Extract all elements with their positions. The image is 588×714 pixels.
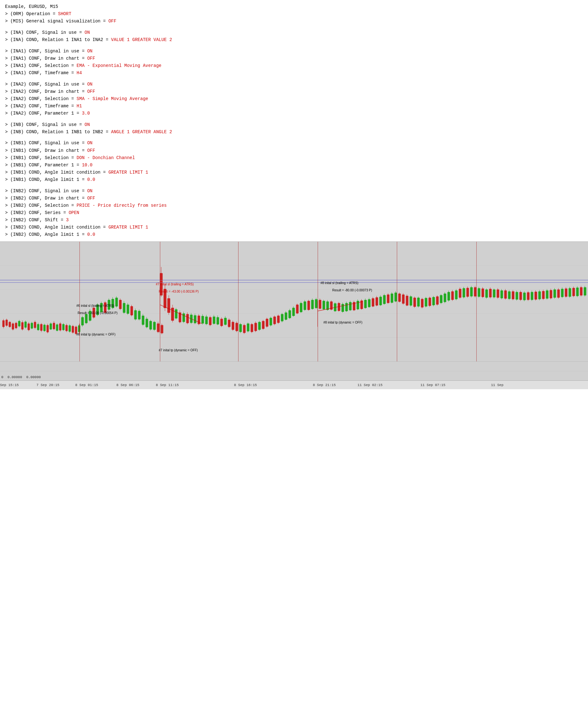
time-axis: Sep 15:15 7 Sep 20:15 8 Sep 01:15 8 Sep …	[0, 380, 588, 389]
line-inb2-cond-angle: > (INB2) COND, Angle limit condition = G…	[5, 224, 583, 231]
mis-value: OFF	[108, 19, 117, 24]
vertical-line-5	[397, 242, 397, 362]
line-inb1-cond-limit: > (INB1) COND, Angle limit 1 = 0.0	[5, 176, 583, 183]
line-inb1-conf-use: > (INB1) CONF, Signal in use = ON	[5, 140, 583, 147]
inb2-conf-use-value: ON	[87, 188, 92, 193]
time-label-8: 11 Sep 02:15	[357, 383, 382, 387]
ina2-conf-p1-value: 3.0	[82, 111, 90, 116]
spacer	[5, 44, 583, 48]
ina1-conf-use-value: ON	[87, 48, 92, 54]
inb2-conf-draw-value: OFF	[87, 196, 95, 201]
line-ina-cond: > (INA) COND, Relation 1 INA1 to INA2 = …	[5, 36, 583, 44]
time-label-3: 8 Sep 01:15	[76, 383, 99, 387]
ina2-conf-use-value: ON	[87, 82, 92, 87]
inb1-conf-sel-value: DON - Donchian Channel	[77, 155, 135, 160]
line-inb1-conf-draw: > (INB1) CONF, Draw in chart = OFF	[5, 147, 583, 154]
candlestick-chart	[0, 242, 588, 362]
spacer	[5, 25, 583, 29]
line-ina1-conf-sel: > (INA1) CONF, Selection = EMA - Exponen…	[5, 62, 583, 69]
line-inb-cond: > (INB) COND, Relation 1 INB1 to INB2 = …	[5, 128, 583, 136]
ina-cond-value: VALUE 1 GREATER VALUE 2	[111, 37, 172, 42]
time-label-5: 8 Sep 11:15	[156, 383, 179, 387]
inb1-conf-draw-value: OFF	[87, 148, 95, 153]
vertical-line-3	[238, 242, 238, 362]
spacer	[5, 183, 583, 187]
horizontal-line-2	[0, 283, 588, 283]
line-inb2-cond-limit: > (INB2) COND, Angle limit 1 = 0.0	[5, 231, 583, 238]
annotation-6-tp: #6 inital tp (dynamic = OFF)	[76, 333, 115, 336]
annotation-8-sl: #8 inital sl (trailing = ATRS)	[320, 281, 358, 285]
line-ina-conf: > (INA) CONF, Signal in use = ON	[5, 29, 583, 36]
vertical-line-2	[160, 242, 160, 362]
inb2-conf-shift-value: 3	[66, 218, 68, 223]
volume-area: 0 0.00000 0.00000	[0, 362, 588, 380]
time-label-4: 8 Sep 06:15	[117, 383, 140, 387]
inb1-conf-use-value: ON	[87, 141, 92, 145]
line-inb1-cond-angle: > (INB1) COND, Angle limit condition = G…	[5, 169, 583, 176]
inb1-cond-angle-value: GREATER LIMIT 1	[108, 170, 148, 175]
ina1-conf-tf-value: H4	[77, 70, 82, 76]
vertical-line-1	[80, 242, 80, 362]
inb2-conf-series-value: OPEN	[69, 210, 80, 215]
line-inb2-conf-sel: > (INB2) CONF, Selection = PRICE - Price…	[5, 202, 583, 209]
inb-cond-value: ANGLE 1 GREATER ANGLE 2	[111, 129, 172, 135]
line-ina2-conf-draw: > (INA2) CONF, Draw in chart = OFF	[5, 88, 583, 95]
inb1-cond-limit-value: 0.0	[87, 177, 95, 182]
svg-rect-0	[0, 242, 588, 362]
example-line: Example, EURUSD, M15	[5, 3, 583, 11]
ina1-conf-sel-value: EMA - Exponential Moving Average	[77, 63, 162, 68]
vertical-line-6	[476, 242, 477, 362]
ina-conf-value: ON	[85, 30, 90, 35]
inb2-conf-sel-value: PRICE - Price directly from series	[77, 203, 167, 208]
line-inb1-conf-p1: > (INB1) CONF, Parameter 1 = 10.0	[5, 162, 583, 169]
line-inb2-conf-use: > (INB2) CONF, Signal in use = ON	[5, 187, 583, 195]
line-ina2-conf-sel: > (INA2) CONF, Selection = SMA - Simple …	[5, 95, 583, 103]
line-orm: > (ORM) Operation = SHORT	[5, 11, 583, 18]
line-ina2-conf-p1: > (INA2) CONF, Parameter 1 = 3.0	[5, 110, 583, 117]
annotation-7-tp: #7 inital tp (dynamic = OFF)	[159, 348, 198, 352]
line-inb2-conf-shift: > (INB2) CONF, Shift = 3	[5, 217, 583, 224]
ina2-conf-tf-value: H1	[77, 104, 82, 108]
annotation-7-sl: #7 inital sl (trailing = ATRS)	[156, 283, 194, 286]
time-label-10: 11 Sep	[491, 383, 503, 387]
line-inb2-conf-draw: > (INB2) CONF, Draw in chart = OFF	[5, 195, 583, 202]
ina2-conf-sel-value: SMA - Simple Moving Average	[77, 96, 148, 101]
line-inb-conf-use: > (INB) CONF, Signal in use = ON	[5, 121, 583, 128]
line-ina2-conf-tf: > (INA2) CONF, Timeframe = H1	[5, 103, 583, 110]
time-label-7: 8 Sep 21:15	[313, 383, 336, 387]
line-inb2-conf-series: > (INB2) CONF, Series = OPEN	[5, 209, 583, 217]
chart-area: #6 inital sl (trailing = ATRS) Result = …	[0, 242, 588, 362]
vertical-line-4	[318, 242, 318, 362]
line-ina1-conf-draw: > (INA1) CONF, Draw in chart = OFF	[5, 55, 583, 62]
annotation-7-result: Result = -43.00 (-0.00136 P)	[159, 290, 198, 293]
orm-value: SHORT	[58, 12, 71, 16]
spacer	[5, 136, 583, 140]
line-ina1-conf-use: > (INA1) CONF, Signal in use = ON	[5, 48, 583, 55]
spacer	[5, 117, 583, 121]
time-label-2: 7 Sep 20:15	[37, 383, 60, 387]
annotation-8-tp: #8 inital tp (dynamic = OFF)	[323, 321, 362, 324]
annotation-6-sl: #6 inital sl (trailing = ATRS)	[76, 304, 114, 307]
inb-conf-use-value: ON	[85, 122, 90, 127]
annotation-6-result: Result = -61.00 (-0.00054 P)	[78, 311, 117, 315]
time-label-9: 11 Sep 07:15	[420, 383, 445, 387]
line-mis: > (MIS) General signal visualization = O…	[5, 18, 583, 25]
inb1-conf-p1-value: 10.0	[82, 163, 93, 168]
line-ina1-conf-tf: > (INA1) CONF, Timeframe = H4	[5, 69, 583, 77]
time-label-1: Sep 15:15	[0, 383, 19, 387]
chart-section: #6 inital sl (trailing = ATRS) Result = …	[0, 242, 588, 389]
ina2-conf-draw-value: OFF	[87, 89, 95, 94]
annotation-8-result: Result = -80.00 (-0.00073 P)	[332, 288, 372, 292]
zero-label: 0 0.00000 0.00000	[1, 375, 41, 379]
inb2-cond-limit-value: 0.0	[87, 232, 95, 237]
spacer	[5, 77, 583, 81]
text-section: Example, EURUSD, M15 > (ORM) Operation =…	[0, 0, 588, 242]
horizontal-line-1	[0, 280, 588, 281]
line-inb1-conf-sel: > (INB1) CONF, Selection = DON - Donchia…	[5, 154, 583, 162]
inb2-cond-angle-value: GREATER LIMIT 1	[108, 225, 148, 230]
line-ina2-conf-use: > (INA2) CONF, Signal in use = ON	[5, 81, 583, 88]
time-label-6: 8 Sep 16:15	[234, 383, 257, 387]
ina1-conf-draw-value: OFF	[87, 56, 95, 61]
